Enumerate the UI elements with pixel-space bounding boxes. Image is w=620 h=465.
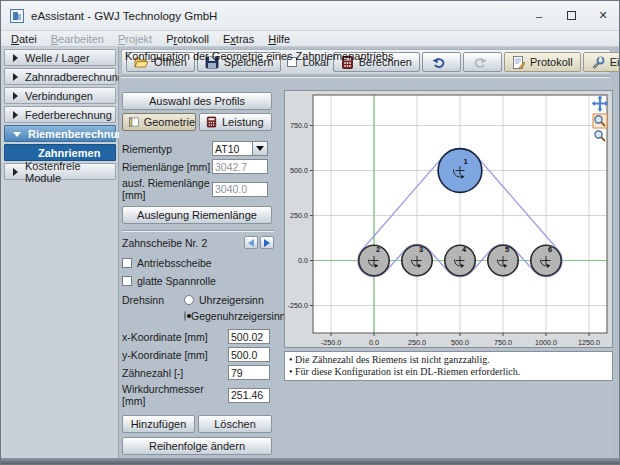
sidebar-item-label: Welle / Lager — [25, 52, 90, 64]
sidebar-item-zahnradberechnung[interactable]: Zahnradberechnung — [4, 68, 116, 85]
pitch-diameter-field[interactable] — [228, 388, 270, 403]
protocol-button[interactable]: Protokoll — [504, 52, 581, 72]
pulley-4[interactable]: 4 — [445, 245, 475, 275]
pulley-label: 6 — [548, 245, 552, 254]
clockwise-radio[interactable] — [184, 295, 194, 305]
idler-checkbox[interactable] — [122, 276, 132, 286]
x-tick-label: 0.0 — [369, 338, 379, 347]
x-tick-label: 750.0 — [494, 338, 512, 347]
menu-hilfe[interactable]: Hilfe — [261, 33, 297, 45]
next-pulley-button[interactable] — [260, 236, 274, 249]
geometry-form: Auswahl des Profils Geometrie Leistung — [122, 92, 274, 455]
triangle-collapsed-icon — [13, 168, 18, 176]
minimize-button[interactable]: – — [523, 1, 555, 30]
menu-extras[interactable]: Extras — [216, 33, 261, 45]
triangle-collapsed-icon — [13, 73, 18, 81]
app-icon — [10, 9, 24, 23]
belt-length-field — [212, 159, 268, 174]
profile-select-button[interactable]: Auswahl des Profils — [122, 92, 272, 110]
pulley-label: 1 — [464, 157, 468, 166]
counterclockwise-radio[interactable] — [184, 311, 186, 321]
menu-bar: DateiBearbeitenProjektProtokollExtrasHil… — [1, 31, 619, 47]
belt-type-value[interactable] — [212, 141, 252, 156]
settings-label: Einstellungen — [610, 56, 620, 68]
page-title: Konfiguration der Geometrie eines Zahnri… — [125, 50, 393, 62]
rotation-label: Drehsinn — [122, 294, 184, 306]
pulley-label: 5 — [505, 245, 509, 254]
sidebar-item-verbindungen[interactable]: Verbindungen — [4, 87, 116, 104]
x-tick-label: 1250.0 — [578, 338, 600, 347]
x-coordinate-field[interactable] — [228, 329, 270, 344]
arrow-left-icon — [248, 239, 254, 247]
pulley-diagram: 123456750.0500.0250.00.0-250.0-250.00.02… — [285, 91, 612, 347]
sidebar-item-riemenberechnung[interactable]: Riemenberechnung — [4, 125, 116, 142]
previous-pulley-button[interactable] — [244, 236, 258, 249]
y-coordinate-field[interactable] — [228, 347, 270, 362]
x-coordinate-label: x-Koordinate [mm] — [122, 331, 228, 343]
triangle-collapsed-icon — [13, 111, 18, 119]
drive-pulley-checkbox[interactable] — [122, 258, 132, 268]
sidebar-item-label: Kostenfreie Module — [25, 160, 115, 184]
undo-button[interactable] — [422, 52, 461, 72]
pulley-6[interactable]: 6 — [531, 245, 561, 275]
sidebar-item-kostenfreie-module[interactable]: Kostenfreie Module — [4, 163, 116, 180]
belt-type-combo[interactable] — [212, 141, 268, 156]
window-title: eAssistant - GWJ Technology GmbH — [31, 10, 523, 22]
sidebar-item-zahnriemen[interactable]: Zahnriemen — [4, 144, 116, 161]
sidebar-item-label: Federberechnung — [25, 109, 112, 121]
window-bottom-edge — [1, 458, 619, 464]
pulley-5[interactable]: 5 — [488, 245, 518, 275]
zoom-rect-tool-icon[interactable] — [593, 114, 607, 128]
maximize-icon — [567, 11, 576, 20]
counterclockwise-label: Gegenuhrzeigersinn — [191, 310, 286, 322]
menu-protokoll[interactable]: Protokoll — [159, 33, 216, 45]
title-bar: eAssistant - GWJ Technology GmbH – ✕ — [1, 1, 619, 31]
power-tab-button[interactable]: Leistung — [199, 113, 272, 131]
delete-pulley-button[interactable]: Löschen — [198, 415, 272, 433]
y-tick-label: 750.0 — [290, 121, 308, 130]
menu-datei[interactable]: Datei — [4, 33, 44, 45]
close-button[interactable]: ✕ — [587, 1, 619, 30]
power-tab-label: Leistung — [222, 116, 264, 128]
geometry-tab-button[interactable]: Geometrie — [122, 113, 196, 131]
teeth-count-label: Zähnezahl [-] — [122, 367, 228, 379]
sidebar-item-label: Zahnradberechnung — [25, 71, 124, 83]
sidebar-item-federberechnung[interactable]: Federberechnung — [4, 106, 116, 123]
undo-icon — [432, 56, 446, 68]
sidebar-item-label: Riemenberechnung — [28, 128, 131, 140]
main-area: Öffnen Speichern Lokal — [119, 47, 613, 458]
settings-button[interactable]: Einstellungen — [583, 52, 620, 72]
x-tick-label: 500.0 — [451, 338, 469, 347]
x-tick-label: 250.0 — [408, 338, 426, 347]
teeth-count-field[interactable] — [228, 365, 270, 380]
y-tick-label: -250.0 — [288, 301, 308, 310]
reorder-button[interactable]: Reihenfolge ändern — [122, 437, 272, 455]
y-tick-label: 500.0 — [290, 166, 308, 175]
sidebar-item-welle-lager[interactable]: Welle / Lager — [4, 49, 116, 66]
pulley-1[interactable]: 1 — [438, 149, 482, 193]
pulley-2[interactable]: 2 — [359, 245, 389, 275]
pitch-diameter-label: Wirkdurchmesser [mm] — [122, 383, 228, 407]
sidebar-item-label: Verbindungen — [25, 90, 93, 102]
app-window: eAssistant - GWJ Technology GmbH – ✕ Dat… — [0, 0, 620, 465]
section-divider — [122, 230, 274, 232]
chevron-down-icon — [256, 146, 264, 151]
exec-belt-length-field — [212, 182, 268, 197]
idler-label: glatte Spannrolle — [137, 275, 216, 287]
triangle-collapsed-icon — [13, 54, 18, 62]
warning-message: • Die Zähnezahl des Riemens ist nicht ga… — [289, 354, 608, 366]
pulley-3[interactable]: 3 — [402, 245, 432, 275]
sidebar-item-label: Zahnriemen — [38, 147, 100, 159]
design-belt-length-button[interactable]: Auslegung Riemenlänge — [122, 206, 272, 224]
add-pulley-button[interactable]: Hinzufügen — [122, 415, 195, 433]
module-sidebar: Welle / LagerZahnradberechnungVerbindung… — [1, 47, 119, 458]
geometry-page-icon — [129, 116, 139, 128]
belt-type-dropdown-button[interactable] — [252, 141, 268, 156]
triangle-collapsed-icon — [13, 92, 18, 100]
protocol-document-icon — [512, 56, 525, 69]
redo-button[interactable] — [463, 52, 502, 72]
pulley-nav-label: Zahnscheibe Nr. 2 — [122, 237, 242, 249]
maximize-button[interactable] — [555, 1, 587, 30]
geometry-tab-label: Geometrie — [144, 116, 195, 128]
belt-type-label: Riementyp — [122, 143, 212, 155]
